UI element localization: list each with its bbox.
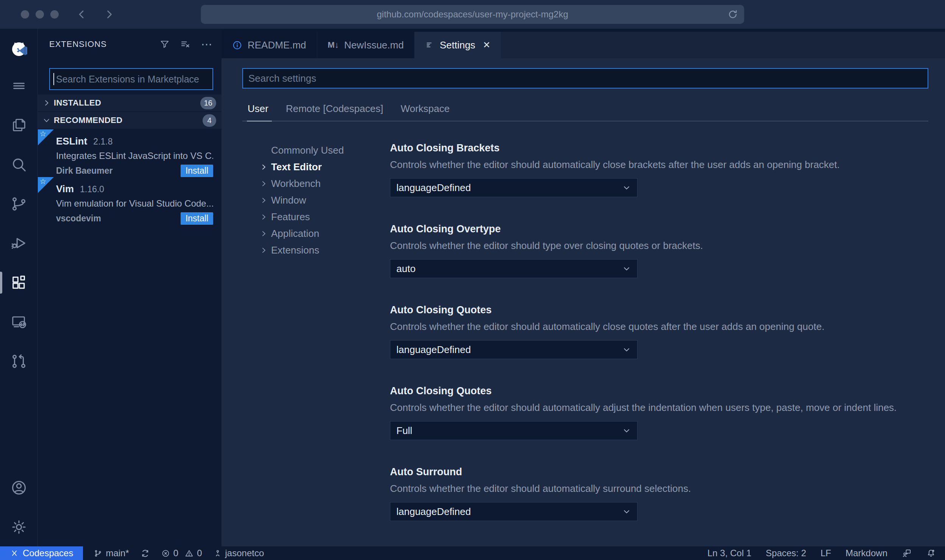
close-tab-icon[interactable]: ✕ [483, 40, 490, 50]
scope-tab-remote[interactable]: Remote [Codespaces] [286, 103, 383, 115]
setting-description: Controls whether the editor should autom… [390, 401, 928, 414]
maximize-window-button[interactable] [50, 10, 59, 19]
install-button[interactable]: Install [181, 165, 213, 177]
dropdown-value: Full [396, 425, 412, 437]
extensions-icon[interactable] [0, 274, 37, 291]
toc-label: Extensions [271, 244, 319, 256]
scope-tab-user[interactable]: User [248, 103, 268, 115]
minimize-window-button[interactable] [36, 10, 44, 19]
chevron-right-icon [260, 230, 271, 238]
language-mode[interactable]: Markdown [845, 548, 887, 558]
refresh-icon[interactable] [728, 9, 738, 20]
installed-count-badge: 16 [200, 97, 216, 109]
settings-search-input[interactable] [242, 68, 928, 89]
toc-application[interactable]: Application [260, 225, 390, 242]
setting-auto-surround: Auto Surround Controls whether the edito… [390, 466, 928, 521]
extensions-sidebar: EXTENSIONS ⋯ [38, 29, 221, 546]
account-status[interactable]: jasonetco [214, 548, 264, 558]
toc-label: Window [271, 194, 306, 206]
tab-readme[interactable]: README.md [221, 32, 317, 58]
settings-toc: Commonly Used Text Editor Workbench Wind… [242, 121, 390, 546]
close-window-button[interactable] [21, 10, 29, 19]
filter-icon[interactable] [159, 39, 170, 50]
activity-bar [0, 29, 38, 546]
problems-status[interactable]: 0 0 [161, 548, 202, 558]
extensions-search-input[interactable] [49, 68, 213, 90]
branch-status[interactable]: main* [94, 548, 129, 558]
setting-auto-closing-overtype: Auto Closing Overtype Controls whether t… [390, 223, 928, 278]
sidebar-title: EXTENSIONS [49, 39, 107, 49]
extension-description: Vim emulation for Visual Studio Code... [56, 198, 213, 209]
toc-text-editor[interactable]: Text Editor [260, 159, 390, 175]
clear-extensions-search-icon[interactable] [180, 39, 191, 50]
setting-title: Auto Closing Brackets [390, 142, 928, 154]
section-installed[interactable]: INSTALLED 16 [38, 95, 221, 111]
settings-scope-tabs: User Remote [Codespaces] Workspace [242, 103, 928, 115]
dropdown-value: auto [396, 263, 416, 275]
app-body: EXTENSIONS ⋯ [0, 29, 945, 546]
setting-dropdown[interactable]: auto [390, 259, 638, 278]
tab-settings[interactable]: Settings ✕ [415, 32, 501, 58]
setting-dropdown[interactable]: languageDefined [390, 502, 638, 521]
menu-icon[interactable] [0, 77, 37, 95]
section-recommended[interactable]: RECOMMENDED 4 [38, 112, 221, 129]
markdown-icon: M↓ [328, 40, 339, 50]
explorer-icon[interactable] [0, 117, 37, 134]
settings-list-icon [425, 40, 434, 50]
chevron-down-icon [622, 183, 631, 192]
github-vscode-logo [0, 40, 37, 60]
setting-description: Controls whether the editor should type … [390, 240, 928, 252]
pull-requests-icon[interactable] [0, 353, 37, 370]
star-icon: ☆ [40, 129, 46, 138]
tab-label: NewIssue.md [344, 39, 404, 51]
setting-dropdown[interactable]: languageDefined [390, 178, 638, 197]
toc-workbench[interactable]: Workbench [260, 175, 390, 192]
toc-window[interactable]: Window [260, 192, 390, 208]
indentation[interactable]: Spaces: 2 [766, 548, 806, 558]
extension-publisher: Dirk Baeumer [56, 166, 113, 176]
section-label: INSTALLED [54, 98, 101, 108]
extension-name: Vim [56, 183, 74, 195]
setting-title: Auto Closing Quotes [390, 304, 928, 316]
toc-label: Application [271, 228, 319, 240]
extension-version: 2.1.8 [93, 137, 112, 147]
extension-row-eslint[interactable]: ☆ ESLint 2.1.8 Integrates ESLint JavaScr… [38, 129, 221, 177]
eol-sequence[interactable]: LF [820, 548, 831, 558]
more-actions-icon[interactable]: ⋯ [201, 41, 212, 47]
toc-label: Workbench [271, 178, 321, 190]
remote-explorer-icon[interactable] [0, 313, 37, 331]
source-control-icon[interactable] [0, 195, 37, 213]
toc-extensions[interactable]: Extensions [260, 242, 390, 258]
toc-features[interactable]: Features [260, 208, 390, 225]
warning-icon [185, 549, 193, 558]
extension-version: 1.16.0 [80, 184, 104, 194]
forward-icon[interactable] [103, 9, 115, 20]
git-branch-icon [94, 549, 102, 558]
back-icon[interactable] [76, 9, 87, 20]
install-button[interactable]: Install [181, 212, 213, 225]
search-icon[interactable] [0, 156, 37, 173]
run-debug-icon[interactable] [0, 235, 37, 252]
scope-tab-workspace[interactable]: Workspace [401, 103, 450, 115]
status-bar: Codespaces main* 0 0 [0, 546, 945, 560]
extension-publisher: vscodevim [56, 213, 101, 224]
cursor-position[interactable]: Ln 3, Col 1 [707, 548, 751, 558]
warning-count: 0 [197, 548, 202, 558]
toc-commonly-used[interactable]: Commonly Used [260, 142, 390, 159]
setting-title: Auto Closing Quotes [390, 385, 928, 397]
section-label: RECOMMENDED [54, 115, 123, 125]
address-bar[interactable]: github.com/codespaces/user-my-project-mg… [201, 5, 744, 24]
tab-newissue[interactable]: M↓ NewIssue.md [317, 32, 415, 58]
settings-gear-icon[interactable] [0, 518, 37, 536]
account-icon[interactable] [0, 479, 37, 496]
notifications-bell-icon[interactable] [926, 548, 936, 558]
settings-search [242, 68, 928, 89]
sync-icon[interactable] [140, 549, 150, 558]
codespaces-status-badge[interactable]: Codespaces [0, 546, 83, 560]
setting-dropdown[interactable]: Full [390, 421, 638, 440]
extension-row-vim[interactable]: ☆ Vim 1.16.0 Vim emulation for Visual St… [38, 177, 221, 225]
setting-dropdown[interactable]: languageDefined [390, 340, 638, 359]
window-controls [21, 10, 59, 19]
chevron-right-icon [260, 163, 271, 171]
feedback-icon[interactable] [902, 548, 912, 558]
